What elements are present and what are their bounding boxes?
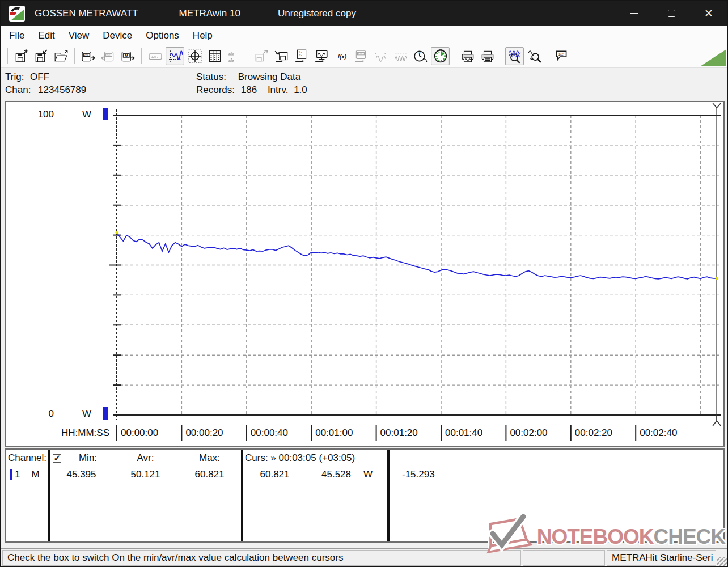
menu-view[interactable]: View [62, 28, 96, 44]
menu-device[interactable]: Device [96, 28, 139, 44]
records-label: Records: [196, 84, 235, 95]
memory-read-icon: M [121, 49, 136, 64]
toolbar-separator [7, 48, 8, 64]
menu-file[interactable]: File [2, 28, 31, 44]
analog-trigger-icon [374, 49, 388, 64]
print-chart-button[interactable] [458, 47, 477, 65]
burst-trigger-button [391, 47, 410, 65]
x-axis-format-label: HH:MM:SS [61, 428, 109, 439]
x-tick-label: 00:01:40 [445, 428, 482, 439]
y-axis-max-label: 100 [28, 109, 54, 120]
x-tick-label: 00:01:00 [315, 428, 353, 439]
value-table-button[interactable] [205, 47, 224, 65]
zoom-curve-button[interactable] [525, 47, 544, 65]
file-link-button [252, 47, 271, 65]
interval-label: Intrv. [268, 84, 289, 95]
minimize-icon [630, 13, 638, 14]
app-logo-icon [9, 5, 26, 22]
toolbar-separator [501, 48, 501, 64]
cell-min: 45.395 [50, 468, 113, 481]
zoom-curve-icon [527, 49, 542, 64]
chan-label: Chan: [5, 84, 31, 95]
min-max-checkbox[interactable] [51, 452, 62, 464]
records-value: 186 [241, 84, 257, 95]
memory-read-button[interactable]: M [118, 47, 137, 65]
channel-mode: M [31, 469, 39, 480]
monitor-display-button[interactable] [312, 47, 331, 65]
y-min-channel-marker [103, 407, 108, 420]
menu-bar: FileEditViewDeviceOptionsHelp [1, 26, 727, 45]
svg-text:321: 321 [83, 54, 88, 57]
file-link-icon [255, 49, 269, 64]
print-report-button[interactable] [478, 47, 497, 65]
histogram-icon [227, 49, 242, 64]
channel-setup-icon: 1:-.2:-. [294, 49, 309, 64]
numeric-display-icon: 1257 [148, 49, 163, 64]
x-tick-label: 00:00:00 [121, 428, 158, 439]
minimize-button[interactable] [615, 1, 653, 26]
cell-cursor-a: 60.821 [243, 468, 307, 481]
curve-chart-button[interactable] [166, 47, 184, 65]
toolbar-separator [248, 48, 248, 64]
time-setup-button[interactable]: 12 [411, 47, 430, 65]
x-tick-label: 00:02:20 [575, 428, 612, 439]
interval-value: 1.0 [294, 84, 307, 95]
trig-label: Trig: [5, 71, 24, 82]
y-axis-unit-top: W [82, 109, 91, 120]
menu-options[interactable]: Options [139, 28, 186, 44]
save-to-device-icon [274, 49, 289, 64]
floppy-import-icon [34, 49, 49, 64]
resize-grip[interactable] [717, 557, 727, 566]
folder-open-button[interactable] [52, 47, 70, 65]
toolbar-separator [575, 48, 575, 64]
menu-edit[interactable]: Edit [31, 28, 61, 44]
svg-text:1/2: 1/2 [558, 52, 563, 56]
y-axis-unit-bottom: W [82, 408, 91, 420]
histogram-button [225, 47, 244, 65]
svg-text:1:-.: 1:-. [298, 51, 302, 54]
svg-text:M: M [125, 54, 128, 58]
meter-config-button: 321 [352, 47, 370, 65]
save-to-device-button[interactable] [272, 47, 291, 65]
zoom-time-icon [507, 49, 522, 64]
svg-text:1257: 1257 [151, 55, 158, 58]
tooltip-help-button[interactable]: 1/2 [552, 47, 571, 65]
channel-number: 1 [15, 469, 20, 480]
chart-plot[interactable] [6, 102, 723, 446]
floppy-import-button[interactable] [32, 47, 50, 65]
close-icon: ✕ [704, 8, 713, 19]
analog-trigger-button [371, 47, 390, 65]
toolbar-separator [548, 48, 548, 64]
channel-setup-button[interactable]: 1:-.2:-. [292, 47, 311, 65]
chan-value: 123456789 [38, 84, 86, 95]
burst-trigger-icon [393, 49, 408, 64]
print-report-icon [480, 49, 495, 64]
xy-chart-button[interactable] [185, 47, 204, 65]
status-bar: Check the box to switch On the min/avr/m… [1, 548, 727, 567]
svg-text:321: 321 [106, 54, 111, 57]
menu-help[interactable]: Help [186, 28, 219, 44]
channel-row-id[interactable]: 1 M [10, 468, 47, 481]
cell-unit: W [363, 468, 380, 481]
meter-config-icon: 321 [354, 49, 369, 64]
meter-read-button[interactable]: 321 [79, 47, 98, 65]
xy-chart-icon [188, 49, 202, 64]
maximize-icon [668, 10, 675, 17]
close-button[interactable]: ✕ [690, 1, 727, 26]
value-table-icon [208, 49, 222, 64]
header-max: Max: [178, 452, 241, 464]
checkbox-checked-icon [53, 454, 61, 463]
header-cursor: Curs: » 00:03:05 (+03:05) [245, 452, 472, 464]
info-panel: Trig: OFF Chan: 123456789 Status: Browsi… [1, 67, 727, 100]
app-window: GOSSEN METRAWATT METRAwin 10 Unregistere… [0, 0, 728, 567]
formula-fx-button[interactable]: =f(x) [332, 47, 350, 65]
maximize-button[interactable] [653, 1, 690, 26]
floppy-export-button[interactable] [12, 47, 31, 65]
status-label: Status: [196, 71, 226, 82]
tooltip-help-icon: 1/2 [555, 49, 569, 64]
cell-cursor-b: 45.528 [308, 468, 365, 481]
zoom-time-button[interactable] [505, 47, 524, 65]
status-cell-empty [523, 550, 605, 566]
toolbar-separator [454, 48, 454, 64]
timer-start-button[interactable] [431, 47, 450, 65]
